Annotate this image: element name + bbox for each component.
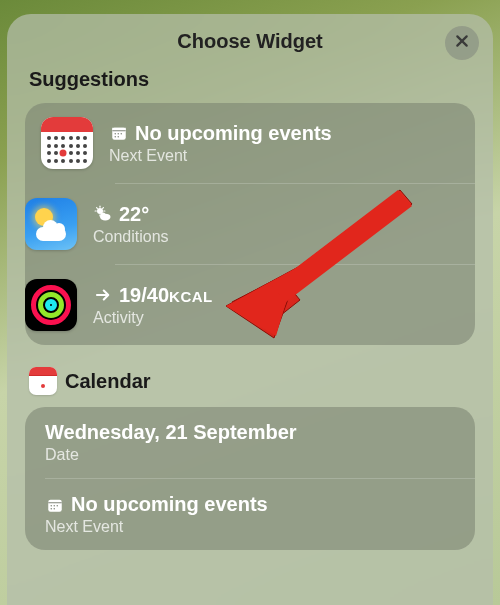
svg-point-19 — [51, 505, 53, 507]
weather-app-icon — [25, 198, 77, 250]
widget-row-next-event-2[interactable]: No upcoming events Next Event — [45, 478, 475, 550]
widget-text: 19/40KCAL Activity — [93, 284, 459, 327]
calendar-glyph-icon — [109, 123, 129, 143]
widget-subtitle: Conditions — [93, 228, 459, 246]
svg-point-6 — [115, 136, 117, 138]
widget-title: Wednesday, 21 September — [45, 421, 297, 444]
svg-point-5 — [121, 133, 123, 135]
section-title: Suggestions — [29, 68, 149, 91]
widget-title: 22° — [119, 203, 149, 226]
calendar-glyph-icon — [45, 495, 65, 515]
widget-text: Wednesday, 21 September Date — [45, 421, 459, 464]
sheet-header: Choose Widget — [7, 14, 493, 68]
widget-subtitle: Date — [45, 446, 459, 464]
widget-subtitle: Next Event — [45, 518, 459, 536]
wallpaper-background: Choose Widget Suggestions — [0, 0, 500, 605]
svg-line-14 — [103, 208, 104, 209]
widget-subtitle: Next Event — [109, 147, 459, 165]
widget-title: No upcoming events — [71, 493, 268, 516]
widget-row-activity[interactable]: 19/40KCAL Activity — [115, 264, 475, 345]
section-title: Calendar — [65, 370, 151, 393]
widget-row-date[interactable]: Wednesday, 21 September Date — [25, 407, 475, 478]
widget-title: 19/40KCAL — [119, 284, 213, 307]
close-button[interactable] — [445, 26, 479, 60]
close-icon — [454, 33, 470, 53]
widget-text: 22° Conditions — [93, 203, 459, 246]
sheet-content: Suggestions — [7, 68, 493, 550]
widget-chooser-sheet: Choose Widget Suggestions — [7, 14, 493, 605]
arrow-right-icon — [93, 285, 113, 305]
section-header-calendar: Calendar — [29, 367, 471, 395]
svg-point-16 — [100, 213, 105, 218]
svg-point-20 — [54, 505, 56, 507]
section-header-suggestions: Suggestions — [29, 68, 471, 91]
suggestions-card: No upcoming events Next Event — [25, 103, 475, 345]
calendar-section-icon — [29, 367, 57, 395]
widget-text: No upcoming events Next Event — [45, 493, 459, 536]
widget-text: No upcoming events Next Event — [109, 122, 459, 165]
svg-line-13 — [97, 208, 98, 209]
svg-point-4 — [118, 133, 120, 135]
widget-title: No upcoming events — [135, 122, 332, 145]
widget-row-next-event[interactable]: No upcoming events Next Event — [25, 103, 475, 183]
sheet-title: Choose Widget — [177, 30, 322, 53]
svg-point-23 — [54, 508, 56, 510]
activity-unit: KCAL — [169, 288, 213, 305]
activity-value: 19/40 — [119, 284, 169, 306]
calendar-app-icon — [41, 117, 93, 169]
activity-app-icon — [25, 279, 77, 331]
svg-point-3 — [115, 133, 117, 135]
partly-cloudy-icon — [93, 204, 113, 224]
widget-row-weather[interactable]: 22° Conditions — [115, 183, 475, 264]
widget-subtitle: Activity — [93, 309, 459, 327]
svg-point-22 — [51, 508, 53, 510]
svg-point-21 — [57, 505, 59, 507]
svg-point-7 — [118, 136, 120, 138]
calendar-card: Wednesday, 21 September Date No upcoming… — [25, 407, 475, 550]
